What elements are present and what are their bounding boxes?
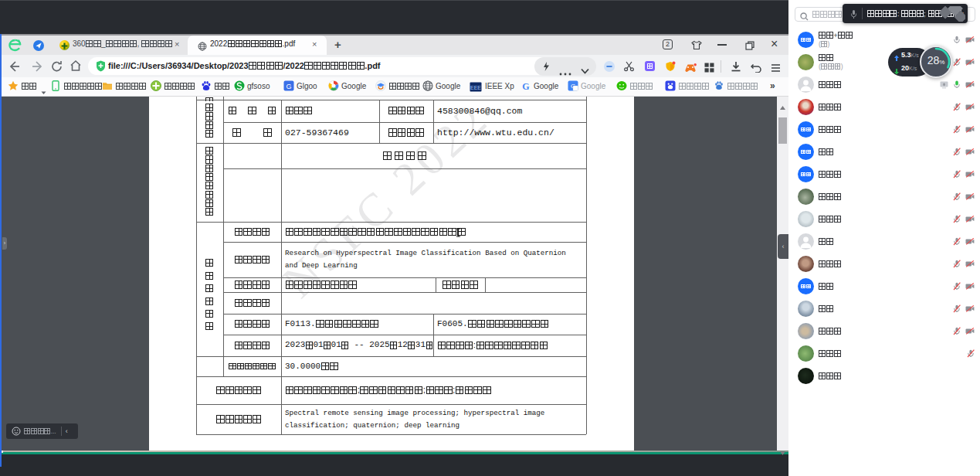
svg-text:EEE: EEE <box>470 85 481 90</box>
svg-text:G: G <box>286 83 291 90</box>
svg-text:G: G <box>522 81 529 92</box>
